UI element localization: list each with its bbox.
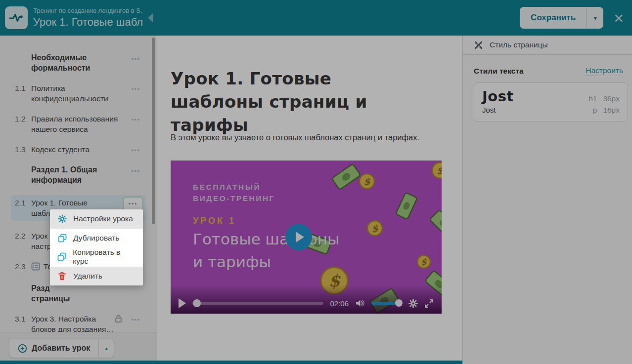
lesson-context-menu: Настройки урока Дублировать Копировать в… [50,209,143,285]
trash-icon [57,272,67,281]
course-editor-app: Тренинг по созданию лендингов в S… Урок … [0,0,632,364]
copy-icon [57,252,66,261]
menu-item-label: Копировать в курс [73,248,135,266]
duplicate-icon [57,234,67,243]
gear-icon [57,214,67,223]
dim-overlay [0,0,632,364]
menu-item-duplicate[interactable]: Дублировать [50,229,143,248]
menu-item-label: Удалить [73,272,102,281]
menu-item-label: Настройки урока [73,214,133,223]
menu-item-lesson-settings[interactable]: Настройки урока [50,209,143,229]
menu-item-delete[interactable]: Удалить [50,267,143,286]
menu-item-copy-to-course[interactable]: Копировать в курс [50,247,143,267]
menu-item-label: Дублировать [73,234,119,243]
